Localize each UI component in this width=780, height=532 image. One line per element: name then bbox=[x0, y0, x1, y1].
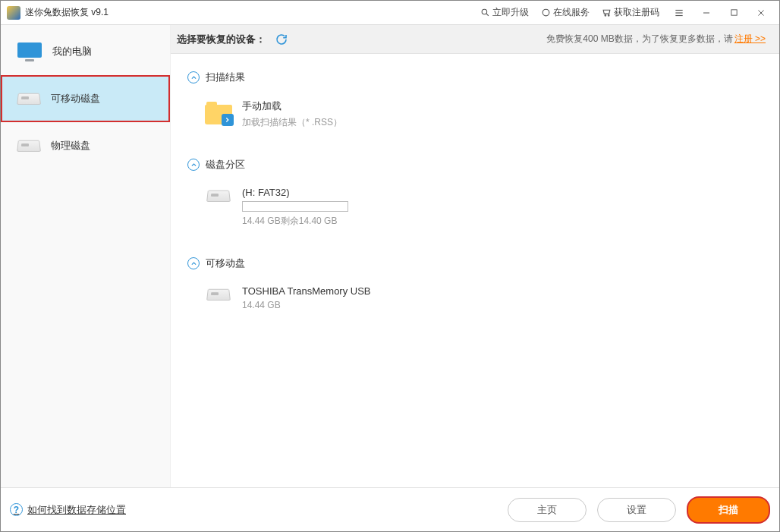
removable-disk-item[interactable]: TOSHIBA TransMemory USB 14.44 GB bbox=[203, 285, 779, 310]
menu-button[interactable] bbox=[665, 1, 693, 24]
item-title: 手动加载 bbox=[242, 99, 342, 113]
usage-bar bbox=[242, 201, 348, 212]
partition-name: (H: FAT32) bbox=[242, 187, 348, 198]
minimize-button[interactable] bbox=[693, 1, 720, 24]
main-area: 我的电脑 可移动磁盘 物理磁盘 选择要恢复的设备： 免费恢复400 MB数据，为… bbox=[1, 25, 779, 487]
chevron-up-icon bbox=[190, 74, 197, 81]
promo-text: 免费恢复400 MB数据，为了恢复更多数据，请注册 >> bbox=[546, 33, 766, 46]
upgrade-button[interactable]: 立即升级 bbox=[474, 1, 535, 24]
headset-icon bbox=[541, 8, 551, 17]
get-registration-button[interactable]: 获取注册码 bbox=[596, 1, 665, 24]
folder-load-icon bbox=[205, 102, 232, 124]
section-title: 可移动盘 bbox=[206, 257, 245, 270]
scan-button[interactable]: 扫描 bbox=[687, 496, 770, 524]
section-removable: 可移动盘 TOSHIBA TransMemory USB 14.44 GB bbox=[187, 257, 779, 310]
collapse-toggle[interactable] bbox=[187, 159, 200, 171]
chevron-up-icon bbox=[190, 260, 197, 267]
section-title: 扫描结果 bbox=[206, 71, 245, 84]
sidebar-item-label: 我的电脑 bbox=[52, 45, 92, 58]
cart-icon bbox=[602, 8, 612, 17]
online-service-button[interactable]: 在线服务 bbox=[535, 1, 596, 24]
sidebar-item-removable-disk[interactable]: 可移动磁盘 bbox=[1, 75, 170, 122]
partition-item[interactable]: (H: FAT32) 14.44 GB剩余14.40 GB bbox=[203, 187, 779, 228]
section-scan-result: 扫描结果 手动加载 加载扫描结果（* .RSS） bbox=[187, 71, 779, 129]
sidebar-item-my-computer[interactable]: 我的电脑 bbox=[1, 28, 170, 75]
maximize-button[interactable] bbox=[720, 1, 747, 24]
collapse-toggle[interactable] bbox=[187, 71, 200, 83]
svg-line-1 bbox=[486, 14, 489, 16]
item-subtitle: 加载扫描结果（* .RSS） bbox=[242, 116, 342, 129]
disk-name: TOSHIBA TransMemory USB bbox=[242, 285, 371, 297]
sidebar: 我的电脑 可移动磁盘 物理磁盘 bbox=[1, 25, 171, 487]
disk-icon bbox=[17, 93, 41, 105]
home-button[interactable]: 主页 bbox=[508, 498, 587, 522]
content-area: 选择要恢复的设备： 免费恢复400 MB数据，为了恢复更多数据，请注册 >> 扫… bbox=[171, 25, 779, 487]
hamburger-icon bbox=[674, 8, 684, 18]
sidebar-item-physical-disk[interactable]: 物理磁盘 bbox=[1, 122, 170, 169]
svg-point-0 bbox=[482, 9, 487, 14]
partition-size: 14.44 GB剩余14.40 GB bbox=[242, 215, 348, 228]
svg-point-2 bbox=[543, 9, 549, 16]
sidebar-item-label: 可移动磁盘 bbox=[51, 92, 100, 105]
refresh-button[interactable] bbox=[273, 31, 290, 48]
help-link[interactable]: ? 如何找到数据存储位置 bbox=[10, 503, 126, 517]
disk-icon bbox=[17, 140, 41, 152]
svg-rect-9 bbox=[731, 10, 736, 15]
title-bar: 迷你兔数据恢复 v9.1 立即升级 在线服务 获取注册码 bbox=[1, 1, 779, 25]
disk-icon bbox=[206, 190, 231, 202]
device-select-label: 选择要恢复的设备： bbox=[177, 33, 266, 46]
section-title: 磁盘分区 bbox=[206, 158, 245, 172]
close-button[interactable] bbox=[747, 1, 775, 24]
scroll-area: 扫描结果 手动加载 加载扫描结果（* .RSS） bbox=[171, 54, 779, 487]
top-strip: 选择要恢复的设备： 免费恢复400 MB数据，为了恢复更多数据，请注册 >> bbox=[171, 25, 779, 54]
app-title: 迷你兔数据恢复 v9.1 bbox=[25, 6, 109, 19]
collapse-toggle[interactable] bbox=[187, 257, 200, 269]
magnifier-icon bbox=[480, 8, 490, 17]
svg-point-4 bbox=[608, 14, 609, 16]
question-icon: ? bbox=[10, 503, 23, 516]
settings-button[interactable]: 设置 bbox=[597, 498, 676, 522]
disk-icon bbox=[206, 289, 231, 301]
refresh-icon bbox=[275, 33, 288, 46]
disk-size: 14.44 GB bbox=[242, 300, 371, 310]
minimize-icon bbox=[702, 8, 711, 17]
sidebar-item-label: 物理磁盘 bbox=[51, 139, 90, 153]
register-link[interactable]: 注册 >> bbox=[734, 33, 766, 44]
close-icon bbox=[756, 8, 766, 17]
svg-point-3 bbox=[605, 14, 606, 16]
monitor-icon bbox=[17, 42, 42, 61]
maximize-icon bbox=[730, 8, 738, 17]
app-icon bbox=[7, 6, 20, 20]
footer-bar: ? 如何找到数据存储位置 主页 设置 扫描 bbox=[1, 487, 779, 531]
chevron-up-icon bbox=[190, 162, 197, 168]
manual-load-item[interactable]: 手动加载 加载扫描结果（* .RSS） bbox=[203, 99, 779, 129]
section-partitions: 磁盘分区 (H: FAT32) 14.44 GB剩余14.40 GB bbox=[187, 158, 779, 228]
